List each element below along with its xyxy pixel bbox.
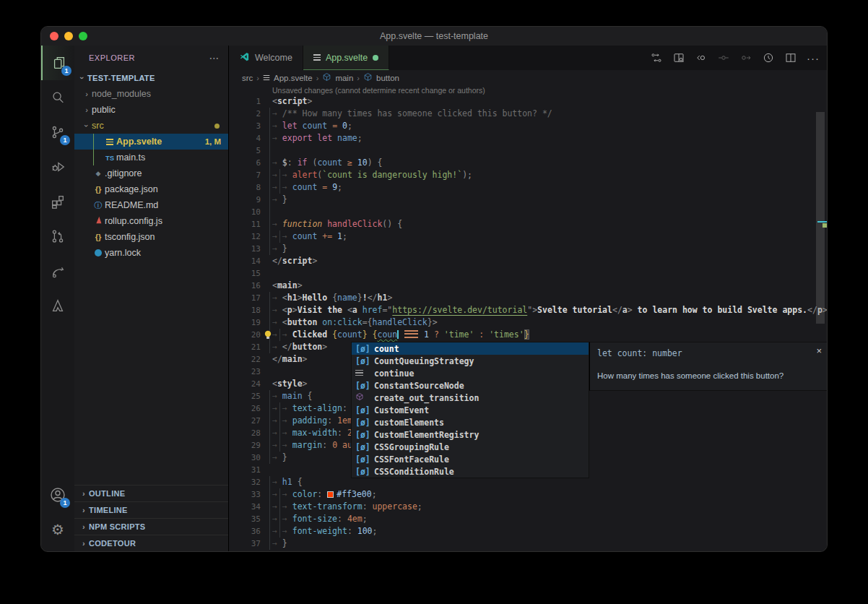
- section-outline[interactable]: ›OUTLINE: [74, 485, 228, 501]
- suggest-item-constantsourcenode[interactable]: [ø]ConstantSourceNode: [352, 379, 589, 392]
- code-line-3[interactable]: 3→ let count = 0;: [229, 120, 827, 132]
- breadcrumb-app-svelte[interactable]: App.svelte: [274, 74, 313, 82]
- suggest-item-cssgroupingrule[interactable]: [ø]CSSGroupingRule: [352, 441, 589, 453]
- extensions-icon[interactable]: [41, 184, 74, 219]
- tree-item-public[interactable]: ›public: [74, 102, 228, 118]
- code-line-14[interactable]: 14</script>: [229, 255, 827, 267]
- suggest-item-cssfontfacerule[interactable]: [ø]CSSFontFaceRule: [352, 453, 589, 465]
- suggest-item-count[interactable]: [ø]count: [352, 342, 589, 355]
- code-line-7[interactable]: 7→ → alert(`count is dangerously high!`)…: [229, 169, 827, 181]
- settings-gear-icon[interactable]: ⚙: [41, 512, 74, 547]
- code-line-2[interactable]: 2→ /** How many times has someone clicke…: [229, 108, 827, 120]
- tree-item-tsconfig-json[interactable]: {}tsconfig.json: [74, 229, 228, 245]
- section-npm-scripts[interactable]: ›NPM SCRIPTS: [74, 518, 228, 535]
- code-line-20[interactable]: 20→ → Clicked {count} {coun 1 ? 'time' :…: [229, 329, 827, 341]
- tree-item-app-svelte[interactable]: App.svelte1, M: [74, 134, 228, 150]
- suggest-item-countqueuingstrategy[interactable]: [ø]CountQueuingStrategy: [352, 355, 589, 367]
- next-change-icon[interactable]: [739, 51, 752, 64]
- line-number: 13: [229, 243, 272, 255]
- section-timeline[interactable]: ›TIMELINE: [74, 501, 228, 518]
- more-actions-icon[interactable]: ···: [807, 52, 820, 64]
- live-share-icon[interactable]: [41, 254, 74, 288]
- lightbulb-icon[interactable]: [264, 330, 272, 342]
- code-line-11[interactable]: 11→ function handleClick() {: [229, 218, 827, 230]
- line-number: 32: [229, 476, 272, 488]
- source-control-icon[interactable]: 1: [41, 115, 74, 150]
- code-line-13[interactable]: 13→ }: [229, 243, 827, 255]
- chevron-right-icon: ›: [79, 489, 89, 498]
- explorer-sidebar: EXPLORER ⋯ › TEST-TEMPLATE ›node_modules…: [74, 46, 229, 551]
- code-line-9[interactable]: 9→ }: [229, 194, 827, 206]
- suggest-item-customevent[interactable]: [ø]CustomEvent: [352, 404, 589, 416]
- code-line-37[interactable]: 37→ }: [229, 538, 827, 550]
- code-line-17[interactable]: 17→ <h1>Hello {name}!</h1>: [229, 292, 827, 304]
- code-line-16[interactable]: 16<main>: [229, 280, 827, 292]
- breadcrumb-button[interactable]: button: [376, 74, 399, 82]
- suggest-item-continue[interactable]: continue: [352, 367, 589, 379]
- code-line-10[interactable]: 10: [229, 206, 827, 218]
- azure-icon[interactable]: [41, 288, 74, 323]
- code-line-12[interactable]: 12→ → count += 1;: [229, 230, 827, 243]
- symbol-variable-icon: [ø]: [355, 467, 370, 477]
- svelte-file-icon: [106, 139, 113, 145]
- explorer-icon[interactable]: 1: [41, 46, 76, 80]
- tree-item-label: tsconfig.json: [105, 232, 155, 242]
- code-line-4[interactable]: 4→ export let name;: [229, 132, 827, 144]
- code-line-19[interactable]: 19→ <button on:click={handleClick}>: [229, 316, 827, 329]
- tree-item-readme-md[interactable]: ⓘREADME.md: [74, 197, 228, 213]
- diff-dim-icon[interactable]: [717, 51, 730, 64]
- timeline-icon[interactable]: [762, 51, 775, 64]
- tab-app-svelte[interactable]: App.svelte: [303, 46, 389, 70]
- tree-item-label: README.md: [105, 200, 158, 210]
- github-pr-icon[interactable]: [41, 219, 74, 254]
- tree-item--gitignore[interactable]: ◆.gitignore: [74, 165, 228, 181]
- tab-welcome[interactable]: Welcome: [229, 46, 303, 70]
- line-number: 7: [229, 169, 272, 181]
- suggest-item-cssconditionrule[interactable]: [ø]CSSConditionRule: [352, 465, 589, 478]
- code-line-34[interactable]: 34→ → text-transform: uppercase;: [229, 501, 827, 513]
- section-codetour[interactable]: ›CODETOUR: [74, 535, 228, 551]
- code-line-18[interactable]: 18→ <p>Visit the <a href="https://svelte…: [229, 304, 827, 316]
- suggest-item-customelements[interactable]: [ø]customElements: [352, 416, 589, 428]
- explorer-badge: 1: [61, 66, 71, 76]
- modified-dot-icon[interactable]: [373, 55, 378, 61]
- tree-item-src[interactable]: ›src: [74, 118, 228, 134]
- indent-guide: [269, 108, 270, 255]
- code-line-15[interactable]: 15: [229, 267, 827, 280]
- code-editor[interactable]: Unsaved changes (cannot determine recent…: [229, 85, 827, 551]
- explorer-more-actions-icon[interactable]: ⋯: [209, 46, 220, 70]
- code-line-36[interactable]: 36→ → font-weight: 100;: [229, 525, 827, 538]
- run-debug-icon[interactable]: [41, 150, 74, 184]
- triple-equals-ligature: [404, 330, 418, 338]
- code-line-8[interactable]: 8→ → count = 9;: [229, 181, 827, 194]
- open-preview-icon[interactable]: [672, 51, 685, 64]
- editor-scrollbar[interactable]: [816, 112, 825, 324]
- gitignore-file-icon: ◆: [96, 170, 101, 177]
- tree-root-test-template[interactable]: › TEST-TEMPLATE: [74, 70, 228, 86]
- code-line-6[interactable]: 6→ $: if (count ≥ 10) {: [229, 157, 827, 169]
- line-number: 34: [229, 501, 272, 513]
- breadcrumb-main[interactable]: main: [335, 74, 353, 82]
- close-icon[interactable]: ×: [816, 345, 822, 356]
- tree-item-rollup-config-js[interactable]: rollup.config.js: [74, 213, 228, 229]
- previous-change-icon[interactable]: [695, 51, 708, 64]
- compare-changes-icon[interactable]: [650, 51, 663, 64]
- suggest-item-create_out_transition[interactable]: create_out_transition: [352, 392, 589, 404]
- suggest-item-label: count: [374, 344, 399, 354]
- code-line-33[interactable]: 33→ → color: #ff3e00;: [229, 488, 827, 501]
- code-line-35[interactable]: 35→ → font-size: 4em;: [229, 513, 827, 525]
- tree-item-node-modules[interactable]: ›node_modules: [74, 86, 228, 102]
- tree-item-yarn-lock[interactable]: yarn.lock: [74, 245, 228, 261]
- code-line-1[interactable]: 1<script>: [229, 95, 827, 108]
- account-icon[interactable]: 1: [41, 478, 74, 512]
- breadcrumb-src[interactable]: src: [242, 74, 253, 82]
- search-icon[interactable]: [41, 80, 74, 115]
- split-editor-icon[interactable]: [784, 51, 797, 64]
- tree-item-package-json[interactable]: {}package.json: [74, 181, 228, 197]
- activity-bar: 1 1: [41, 46, 74, 551]
- suggest-doc-description: How many times has someone clicked this …: [597, 371, 784, 380]
- line-number: 4: [229, 132, 272, 144]
- code-line-5[interactable]: 5: [229, 144, 827, 157]
- suggest-item-customelementregistry[interactable]: [ø]CustomElementRegistry: [352, 428, 589, 441]
- tree-item-main-ts[interactable]: TSmain.ts: [74, 150, 228, 165]
